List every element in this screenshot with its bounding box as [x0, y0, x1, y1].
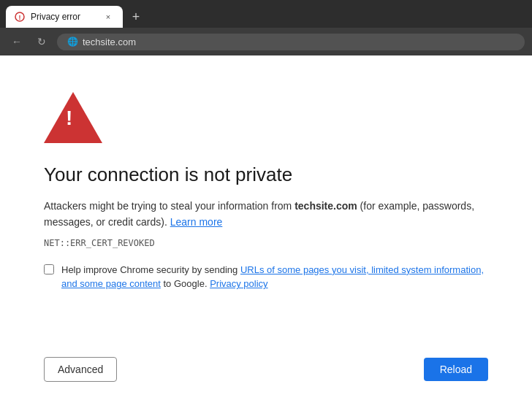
checkbox-text-part1: Help improve Chrome security by sending	[61, 264, 240, 275]
tab-title: Privacy error	[31, 12, 96, 22]
security-icon: 🌐	[67, 37, 78, 47]
checkbox-label: Help improve Chrome security by sending …	[61, 263, 488, 291]
advanced-button[interactable]: Advanced	[44, 357, 117, 382]
tab-close-button[interactable]: ×	[102, 11, 114, 23]
checkbox-text-part2: to Google.	[161, 278, 208, 289]
tab-bar: ! Privacy error × +	[0, 0, 532, 28]
buttons-row: Advanced Reload	[44, 357, 488, 382]
warning-triangle-icon	[44, 92, 102, 143]
checkbox-row: Help improve Chrome security by sending …	[44, 263, 488, 291]
reload-button[interactable]: Reload	[424, 358, 488, 381]
new-tab-button[interactable]: +	[126, 7, 146, 27]
error-code: NET::ERR_CERT_REVOKED	[44, 238, 488, 248]
tab-favicon: !	[15, 12, 25, 22]
warning-icon-container	[44, 92, 488, 146]
browser-chrome: ! Privacy error × + ← ↻ 🌐 techsite.com	[0, 0, 532, 55]
error-heading: Your connection is not private	[44, 164, 488, 186]
back-button[interactable]: ←	[7, 32, 26, 51]
description-part1: Attackers might be trying to steal your …	[44, 200, 294, 212]
address-text: techsite.com	[83, 37, 136, 47]
address-bar[interactable]: 🌐 techsite.com	[57, 34, 525, 50]
privacy-policy-link[interactable]: Privacy policy	[210, 278, 267, 289]
svg-text:!: !	[19, 14, 21, 21]
improve-security-checkbox[interactable]	[44, 264, 54, 274]
address-bar-row: ← ↻ 🌐 techsite.com	[0, 28, 532, 55]
error-description: Attackers might be trying to steal your …	[44, 198, 488, 231]
page-content: Your connection is not private Attackers…	[0, 55, 532, 411]
site-name: techsite.com	[294, 200, 357, 212]
learn-more-link[interactable]: Learn more	[170, 216, 223, 228]
reload-button-nav[interactable]: ↻	[32, 32, 51, 51]
active-tab[interactable]: ! Privacy error ×	[6, 6, 123, 28]
